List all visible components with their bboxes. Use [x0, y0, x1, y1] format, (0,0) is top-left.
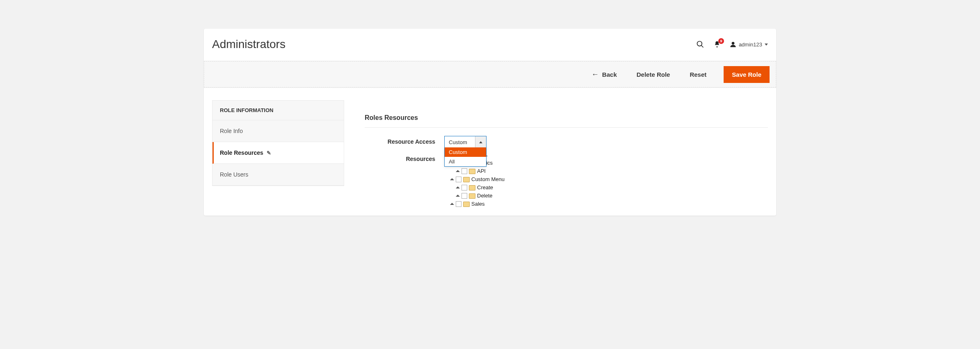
tree-node: Sales: [450, 200, 505, 208]
svg-point-2: [716, 46, 717, 48]
tree-label: Create: [477, 184, 493, 192]
side-tabs-title: ROLE INFORMATION: [212, 101, 344, 120]
back-label: Back: [602, 71, 617, 78]
side-tabs: ROLE INFORMATION Role Info Role Resource…: [212, 100, 344, 186]
tree-toggle-icon[interactable]: [456, 170, 460, 172]
tree-toggle-icon[interactable]: [456, 195, 460, 197]
user-icon: [730, 41, 736, 48]
tree-label: Sales: [471, 200, 485, 208]
tree-label: API: [477, 167, 486, 175]
resource-access-dropdown: Custom All: [444, 147, 487, 167]
svg-point-0: [697, 41, 702, 46]
search-button[interactable]: [696, 40, 704, 48]
notifications-badge: 9: [718, 38, 724, 44]
tree-node: Custom Menu Create: [450, 175, 505, 200]
caret-up-icon: [479, 141, 482, 143]
folder-icon: [469, 185, 475, 191]
dropdown-option-custom[interactable]: Custom: [445, 147, 486, 157]
dropdown-option-all[interactable]: All: [445, 157, 486, 166]
delete-role-button[interactable]: Delete Role: [634, 71, 673, 78]
user-menu-button[interactable]: admin123: [730, 41, 768, 48]
search-icon: [696, 40, 704, 48]
header-actions: 9 admin123: [696, 40, 768, 48]
tree-node: API: [456, 167, 505, 175]
folder-icon: [469, 169, 475, 174]
page-title: Administrators: [212, 38, 696, 51]
tree-checkbox[interactable]: [456, 201, 461, 207]
user-name-label: admin123: [739, 41, 762, 48]
resource-access-select-wrap: Custom Custom All: [444, 136, 487, 148]
resource-access-select[interactable]: Custom: [444, 136, 487, 148]
tree-label: Delete: [477, 192, 493, 200]
panel-body: ROLE INFORMATION Role Info Role Resource…: [204, 88, 776, 216]
svg-point-3: [732, 42, 735, 45]
panel-top: Administrators 9 admi: [204, 29, 776, 61]
pencil-icon: ✎: [267, 150, 271, 156]
tree-checkbox[interactable]: [461, 193, 467, 199]
tab-role-info[interactable]: Role Info: [212, 120, 344, 142]
tree-node: Delete: [456, 192, 505, 200]
resource-access-label: Resource Access: [365, 136, 435, 145]
tab-role-users[interactable]: Role Users: [212, 164, 344, 186]
tree-checkbox[interactable]: [461, 185, 467, 191]
svg-line-1: [701, 46, 703, 48]
tree-checkbox[interactable]: [461, 168, 467, 174]
reset-button[interactable]: Reset: [687, 71, 709, 78]
action-toolbar: ← Back Delete Role Reset Save Role: [204, 61, 776, 88]
tree-toggle-icon[interactable]: [456, 186, 460, 188]
tree-toggle-icon[interactable]: [450, 178, 454, 180]
save-role-button[interactable]: Save Role: [724, 66, 770, 83]
content-area: Roles Resources Resource Access Custom C…: [365, 100, 768, 211]
tree-toggle-icon[interactable]: [450, 203, 454, 205]
resources-row: Resources Dashboard Analy: [365, 153, 768, 208]
tab-role-resources[interactable]: Role Resources ✎: [212, 142, 344, 164]
caret-down-icon: [765, 44, 768, 46]
notifications-button[interactable]: 9: [713, 41, 721, 48]
admin-panel: Administrators 9 admi: [204, 29, 776, 216]
resource-access-toggle[interactable]: [475, 136, 486, 148]
back-button[interactable]: ← Back: [589, 70, 619, 78]
tree-checkbox[interactable]: [456, 177, 461, 182]
folder-icon: [463, 202, 470, 207]
section-title: Roles Resources: [365, 114, 768, 128]
folder-icon: [463, 177, 470, 182]
arrow-left-icon: ←: [592, 71, 599, 78]
resource-access-value: Custom: [445, 136, 475, 148]
folder-icon: [469, 193, 475, 199]
resources-label: Resources: [365, 153, 435, 162]
tree-label: Custom Menu: [471, 175, 505, 184]
resource-access-row: Resource Access Custom Custom All: [365, 136, 768, 148]
tree-node: Create: [456, 184, 505, 192]
